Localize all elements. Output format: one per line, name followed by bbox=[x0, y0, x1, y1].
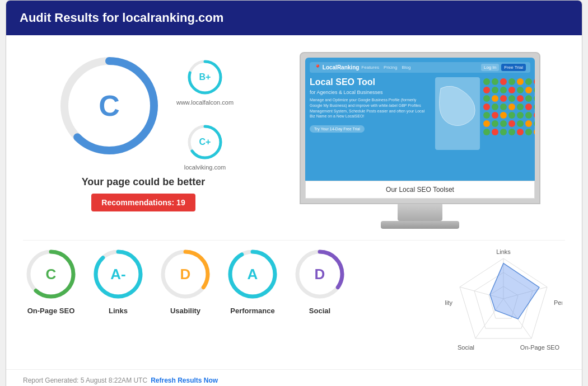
comp-label-1: localviking.com bbox=[184, 164, 226, 171]
bottom-section: C On-Page SEO A- Links bbox=[23, 240, 565, 358]
comp-item-0: B+ www.localfalcon.com bbox=[176, 58, 234, 106]
monitor-base bbox=[381, 221, 459, 229]
comparison-circles: B+ www.localfalcon.com C+ bbox=[176, 46, 234, 171]
monitor-nav: Features Pricing Blog bbox=[361, 65, 410, 70]
grade-circles-row: C On-Page SEO A- Links bbox=[23, 246, 436, 315]
main-score-circle: C bbox=[53, 50, 165, 162]
score-text: Your page could be better Recommendation… bbox=[82, 176, 206, 211]
grade-name-links: Links bbox=[109, 307, 128, 315]
comp-circle-1: C+ bbox=[185, 123, 225, 162]
comp-item-1: C+ localviking.com bbox=[176, 123, 234, 171]
report-generated-text: Report Generated: 5 August 8:22AM UTC bbox=[23, 376, 147, 384]
monitor-hero-body: Manage and Optimize your Google Business… bbox=[310, 97, 430, 119]
grade-circle-usability: D bbox=[157, 246, 213, 302]
grade-letter-performance: A bbox=[248, 266, 258, 283]
monitor-hero: Local SEO Tool for Agencies & Local Busi… bbox=[310, 77, 530, 167]
grade-item-social: D Social bbox=[292, 246, 348, 315]
grade-item-links: A- Links bbox=[90, 246, 146, 315]
monitor-screen: 📍 LocalRanking Features Pricing Blog Log… bbox=[305, 58, 535, 181]
page-header: Audit Results for localranking.com bbox=[6, 1, 582, 35]
main-grade-letter: C bbox=[99, 89, 120, 123]
monitor-wrapper: 📍 LocalRanking Features Pricing Blog Log… bbox=[300, 52, 540, 229]
monitor-hero-text: Local SEO Tool for Agencies & Local Busi… bbox=[310, 77, 430, 167]
score-headline: Your page could be better bbox=[82, 176, 206, 188]
comp-circle-0: B+ bbox=[185, 58, 225, 97]
monitor-trial-btn: Free Trial bbox=[501, 64, 526, 71]
svg-text:Usability: Usability bbox=[445, 299, 452, 306]
refresh-results-link[interactable]: Refresh Results Now bbox=[151, 376, 218, 384]
monitor-bottom-text: Our Local SEO Toolset bbox=[305, 181, 535, 199]
radar-section: Links Performance On-Page SEO Social Usa… bbox=[442, 246, 565, 358]
grade-circle-links: A- bbox=[90, 246, 146, 302]
comp-grade-0: B+ bbox=[199, 72, 211, 82]
grade-letter-social: D bbox=[315, 266, 325, 283]
monitor-map-container bbox=[435, 77, 530, 156]
page-title: Audit Results for localranking.com bbox=[20, 11, 223, 25]
nav-features: Features bbox=[361, 65, 379, 70]
monitor-map-bg bbox=[435, 77, 480, 150]
svg-marker-30 bbox=[490, 263, 539, 319]
recommendations-button[interactable]: Recommendations: 19 bbox=[91, 194, 195, 211]
grade-item-usability: D Usability bbox=[157, 246, 213, 315]
monitor-hero-subtitle: for Agencies & Local Businesses bbox=[310, 90, 430, 95]
monitor-body: 📍 LocalRanking Features Pricing Blog Log… bbox=[300, 52, 540, 204]
audit-card: Audit Results for localranking.com C bbox=[6, 0, 582, 386]
monitor-login-btn: Log In bbox=[481, 64, 499, 71]
top-section: C B+ www.localfalcon.c bbox=[23, 46, 565, 229]
nav-pricing: Pricing bbox=[384, 65, 397, 70]
monitor-topbar: 📍 LocalRanking Features Pricing Blog Log… bbox=[310, 62, 530, 73]
svg-text:Social: Social bbox=[458, 344, 474, 351]
grade-circle-performance: A bbox=[225, 246, 281, 302]
comp-label-0: www.localfalcon.com bbox=[176, 99, 234, 106]
svg-text:Performance: Performance bbox=[554, 299, 562, 306]
grade-name-on-page-seo: On-Page SEO bbox=[27, 307, 75, 315]
grade-circle-on-page-seo: C bbox=[23, 246, 79, 302]
grade-letter-usability: D bbox=[180, 266, 191, 283]
radar-chart: Links Performance On-Page SEO Social Usa… bbox=[445, 246, 562, 358]
monitor-logo: 📍 LocalRanking bbox=[314, 64, 359, 70]
grade-item-performance: A Performance bbox=[225, 246, 281, 315]
nav-blog: Blog bbox=[402, 65, 410, 70]
footer-bar: Report Generated: 5 August 8:22AM UTC Re… bbox=[6, 369, 582, 386]
svg-text:On-Page SEO: On-Page SEO bbox=[520, 344, 560, 351]
monitor-hero-title: Local SEO Tool bbox=[310, 77, 430, 87]
monitor-stand bbox=[398, 204, 442, 221]
comp-grade-1: C+ bbox=[199, 137, 211, 147]
dot-grid bbox=[482, 77, 530, 138]
grade-name-social: Social bbox=[309, 307, 330, 315]
grade-circle-social: D bbox=[292, 246, 348, 302]
grade-letter-on-page-seo: C bbox=[46, 266, 57, 283]
grade-letter-links: A- bbox=[110, 266, 125, 283]
grade-name-usability: Usability bbox=[170, 307, 200, 315]
monitor-hero-button: Try Your 14-Day Free Trial bbox=[310, 125, 365, 133]
main-content: C B+ www.localfalcon.c bbox=[6, 35, 582, 369]
monitor-section: 📍 LocalRanking Features Pricing Blog Log… bbox=[275, 46, 565, 229]
grade-item-on-page-seo: C On-Page SEO bbox=[23, 246, 79, 315]
svg-text:Links: Links bbox=[496, 248, 511, 255]
grade-name-performance: Performance bbox=[230, 307, 274, 315]
